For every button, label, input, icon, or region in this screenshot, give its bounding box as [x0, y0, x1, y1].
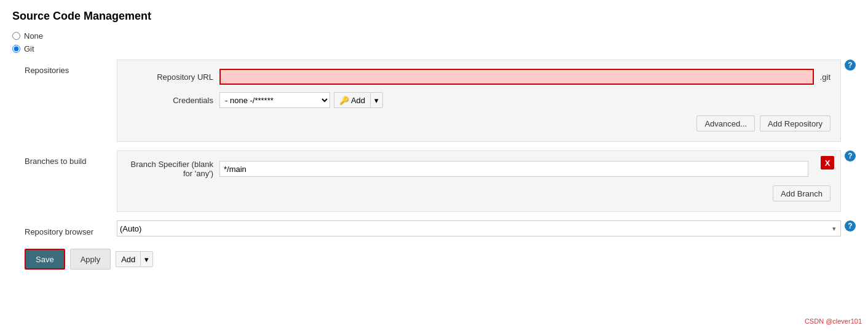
x-icon: X	[825, 158, 831, 168]
save-button[interactable]: Save	[25, 249, 65, 270]
add-credentials-btn[interactable]: 🔑 Add	[334, 92, 370, 108]
branches-content-wrapper: X Branch Specifier (blank for 'any') Add…	[117, 150, 856, 212]
repo-browser-help-icon[interactable]: ?	[845, 220, 856, 232]
help-text-3: ?	[848, 222, 852, 230]
page-title: Source Code Management	[12, 10, 856, 23]
watermark-text: CSDN @clever101	[805, 317, 862, 325]
branch-action-buttons: Add Branch	[127, 185, 831, 201]
credentials-controls: - none -/****** 🔑 Add ▾	[219, 92, 383, 108]
add-credentials-label: Add	[351, 96, 365, 105]
watermark: CSDN @clever101	[805, 317, 862, 325]
branch-specifier-label: Branch Specifier (blank for 'any')	[127, 160, 213, 178]
repo-url-input[interactable]	[219, 69, 814, 85]
none-radio-row: None	[12, 31, 856, 41]
chevron-down-icon: ▾	[374, 96, 379, 105]
repositories-help-icon[interactable]: ?	[845, 60, 856, 71]
credentials-row: Credentials - none -/****** 🔑 Add ▾	[127, 92, 831, 108]
none-label[interactable]: None	[24, 31, 43, 41]
scm-radio-group: None Git	[12, 31, 856, 53]
add-branch-btn[interactable]: Add Branch	[773, 185, 831, 201]
branches-label: Branches to build	[25, 150, 117, 166]
help-text: ?	[848, 61, 852, 69]
advanced-btn[interactable]: Advanced...	[696, 115, 755, 131]
repo-url-row: Repository URL .git	[127, 69, 831, 85]
git-radio-row: Git	[12, 44, 856, 53]
branches-section: Branches to build X Branch Specifier (bl…	[25, 150, 856, 212]
none-radio[interactable]	[12, 32, 20, 40]
page-container: Source Code Management None Git Reposito…	[0, 0, 868, 331]
git-label[interactable]: Git	[24, 44, 34, 53]
repo-browser-wrapper: (Auto) githubweb bitbucketweb fisheye gi…	[117, 220, 841, 236]
repositories-label: Repositories	[25, 60, 117, 75]
repo-action-buttons: Advanced... Add Repository	[127, 115, 831, 131]
help-text-2: ?	[848, 152, 852, 160]
repositories-content: Repository URL .git Credentials - none -…	[117, 60, 841, 142]
repo-browser-select[interactable]: (Auto) githubweb bitbucketweb fisheye gi…	[117, 220, 841, 236]
repo-browser-content-wrapper: (Auto) githubweb bitbucketweb fisheye gi…	[117, 220, 856, 236]
repositories-content-wrapper: Repository URL .git Credentials - none -…	[117, 60, 856, 142]
footer-add-dropdown[interactable]: ▾	[140, 251, 153, 267]
footer-row: Save Apply Add ▾	[25, 249, 856, 270]
chevron-down-icon-3: ▾	[144, 255, 149, 264]
add-repository-btn[interactable]: Add Repository	[760, 115, 831, 131]
git-radio[interactable]	[12, 45, 20, 53]
footer-add-btn[interactable]: Add	[116, 251, 140, 267]
branch-specifier-row: Branch Specifier (blank for 'any')	[127, 160, 831, 178]
repo-browser-label: Repository browser	[25, 221, 117, 236]
branch-remove-btn[interactable]: X	[821, 156, 834, 169]
add-credentials-btn-group: 🔑 Add ▾	[334, 92, 383, 108]
repo-url-suffix: .git	[820, 72, 831, 82]
credentials-label: Credentials	[127, 96, 213, 105]
key-icon: 🔑	[339, 96, 349, 105]
repo-browser-section: Repository browser (Auto) githubweb bitb…	[25, 220, 856, 236]
add-credentials-dropdown[interactable]: ▾	[370, 92, 383, 108]
branch-specifier-input[interactable]	[219, 161, 808, 177]
credentials-select[interactable]: - none -/******	[219, 92, 330, 108]
footer-add-btn-group: Add ▾	[116, 251, 153, 267]
repo-url-label: Repository URL	[127, 72, 213, 82]
branches-content: X Branch Specifier (blank for 'any') Add…	[117, 150, 841, 212]
repositories-section: Repositories Repository URL .git Credent…	[25, 60, 856, 142]
branches-help-icon[interactable]: ?	[845, 150, 856, 162]
apply-button[interactable]: Apply	[70, 249, 111, 270]
